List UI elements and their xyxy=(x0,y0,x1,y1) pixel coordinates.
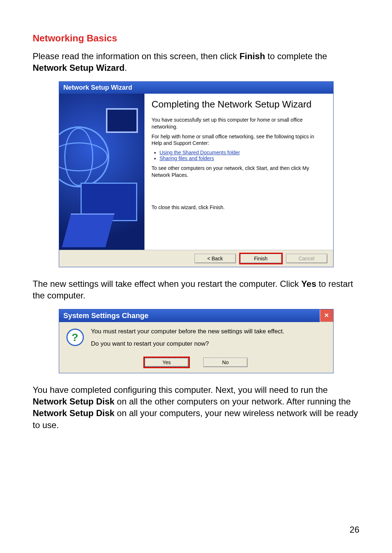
yes-button[interactable]: Yes xyxy=(144,358,189,367)
question-icon: ? xyxy=(66,329,84,346)
dialog-message-1: You must restart your computer before th… xyxy=(91,328,285,335)
wizard-success-text: You have successfully set up this comput… xyxy=(152,117,326,130)
back-button[interactable]: < Back xyxy=(195,254,236,263)
close-icon[interactable]: ✕ xyxy=(320,309,333,322)
closing-b2: Network Setup Disk xyxy=(33,408,114,418)
dialog-message-2: Do you want to restart your computer now… xyxy=(91,340,285,347)
wizard-heading: Completing the Network Setup Wizard xyxy=(152,99,326,110)
intro-period: . xyxy=(124,63,127,73)
wizard-close-hint: To close this wizard, click Finish. xyxy=(152,204,326,211)
wizard-link-sharing-files[interactable]: Sharing files and folders xyxy=(160,155,214,161)
no-button[interactable]: No xyxy=(203,358,248,367)
papers-icon xyxy=(62,214,114,247)
wizard-titlebar: Network Setup Wizard xyxy=(59,82,333,94)
restart-yes-word: Yes xyxy=(301,279,316,289)
wizard-see-other: To see other computers on your network, … xyxy=(152,165,326,179)
intro-text-2: to complete the xyxy=(265,51,327,61)
restart-text-1: The new settings will take effect when y… xyxy=(33,279,301,289)
finish-button[interactable]: Finish xyxy=(240,254,282,263)
monitor-icon xyxy=(106,108,138,133)
closing-t2: on all the other computers on your netwo… xyxy=(114,397,351,406)
intro-wizard-bold: Network Setup Wizard xyxy=(33,63,124,73)
section-heading: Networking Basics xyxy=(33,33,359,44)
restart-paragraph: The new settings will take effect when y… xyxy=(33,278,359,302)
closing-t1: You have completed configuring this comp… xyxy=(33,385,328,395)
closing-b1: Network Setup Disk xyxy=(33,397,114,406)
cancel-button: Cancel xyxy=(286,254,327,263)
wizard-button-row: < Back Finish Cancel xyxy=(59,250,333,267)
closing-paragraph: You have completed configuring this comp… xyxy=(33,384,359,431)
intro-finish-word: Finish xyxy=(240,51,265,61)
wizard-link-shared-docs[interactable]: Using the Shared Documents folder xyxy=(160,150,240,155)
dialog-button-row: Yes No xyxy=(59,355,333,373)
dialog-titlebar: System Settings Change xyxy=(59,309,153,322)
page-number: 26 xyxy=(350,525,359,535)
globe-icon xyxy=(59,126,109,187)
system-settings-change-dialog: System Settings Change ✕ ? You must rest… xyxy=(59,309,334,373)
intro-paragraph: Please read the information on this scre… xyxy=(33,50,359,74)
network-setup-wizard-window: Network Setup Wizard Completing the Netw… xyxy=(59,81,334,267)
wizard-help-intro: For help with home or small office netwo… xyxy=(152,133,326,147)
intro-text-1: Please read the information on this scre… xyxy=(33,51,240,61)
wizard-sidebar-image xyxy=(59,94,144,250)
